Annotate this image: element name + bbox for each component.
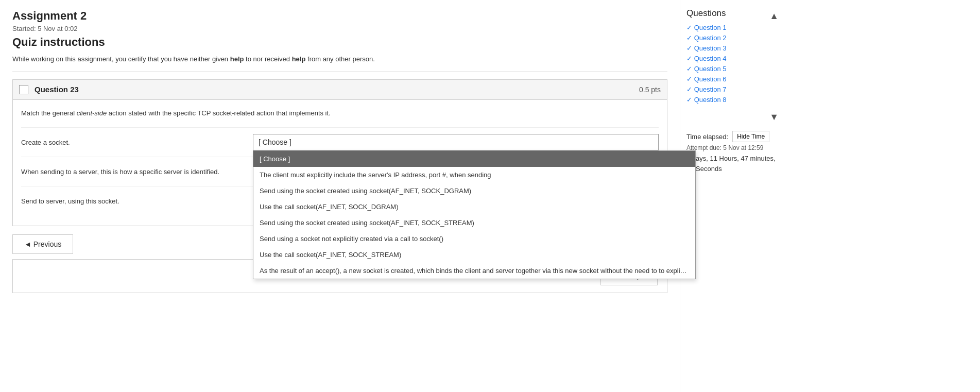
question-checkbox[interactable] (19, 85, 28, 94)
dropdown-option-0[interactable]: [ Choose ] (253, 151, 695, 167)
sidebar: Questions ▲ Question 1 Question 2 Questi… (680, 0, 788, 392)
question-description: Match the general client-side action sta… (21, 108, 659, 118)
sidebar-item-question1[interactable]: Question 1 (686, 24, 782, 31)
time-elapsed-label: Time elapsed: (686, 133, 728, 141)
match-select-wrapper-1: [ Choose ] The client must explicitly in… (253, 134, 659, 150)
match-label-2: When sending to a server, this is how a … (21, 168, 253, 176)
assignment-title: Assignment 2 (12, 9, 667, 23)
instructions-text: While working on this assignment, you ce… (12, 54, 667, 64)
dropdown-option-5[interactable]: Send using a socket not explicitly creat… (253, 231, 695, 247)
dropdown-open: [ Choose ] The client must explicitly in… (253, 150, 696, 279)
divider (12, 72, 667, 72)
started-text: Started: 5 Nov at 0:02 (12, 25, 667, 32)
dropdown-option-2[interactable]: Send using the socket created using sock… (253, 183, 695, 199)
time-label: Time elapsed: Hide Time (686, 131, 782, 142)
sidebar-questions: Question 1 Question 2 Question 3 Questio… (686, 24, 782, 104)
quiz-instructions-heading: Quiz instructions (12, 36, 667, 49)
sidebar-item-question3[interactable]: Question 3 (686, 44, 782, 52)
sidebar-item-question5[interactable]: Question 5 (686, 65, 782, 73)
dropdown-option-1[interactable]: The client must explicitly include the s… (253, 167, 695, 183)
question-card: Question 23 0.5 pts Match the general cl… (12, 79, 667, 227)
dropdown-option-3[interactable]: Use the call socket(AF_INET, SOCK_DGRAM) (253, 199, 695, 215)
hide-time-button[interactable]: Hide Time (732, 131, 769, 142)
time-elapsed-value: 4 days, 11 Hours, 47 minutes, 31 Seconds (686, 154, 782, 174)
match-label-3: Send to server, using this socket. (21, 197, 253, 205)
sidebar-item-question2[interactable]: Question 2 (686, 34, 782, 42)
sidebar-item-question4[interactable]: Question 4 (686, 55, 782, 62)
question-header: Question 23 0.5 pts (13, 80, 667, 100)
sidebar-item-question8[interactable]: Question 8 (686, 96, 782, 104)
question-pts: 0.5 pts (639, 86, 661, 94)
sidebar-item-question7[interactable]: Question 7 (686, 86, 782, 93)
dropdown-option-4[interactable]: Send using the socket created using sock… (253, 215, 695, 231)
match-label-1: Create a socket. (21, 139, 253, 146)
sidebar-scroll-down[interactable]: ▼ (766, 111, 782, 124)
previous-button[interactable]: ◄ Previous (12, 234, 73, 254)
sidebar-scroll-up[interactable]: ▲ (766, 10, 782, 23)
question-title: Question 23 (35, 85, 639, 94)
question-body: Match the general client-side action sta… (13, 100, 667, 226)
dropdown-option-6[interactable]: Use the call socket(AF_INET, SOCK_STREAM… (253, 247, 695, 263)
sidebar-title: Questions (686, 8, 726, 19)
dropdown-option-7[interactable]: As the result of an accept(), a new sock… (253, 263, 695, 279)
attempt-due: Attempt due: 5 Nov at 12:59 (686, 144, 782, 151)
match-row-1: Create a socket. [ Choose ] The client m… (21, 127, 659, 157)
time-section: Time elapsed: Hide Time Attempt due: 5 N… (686, 131, 782, 174)
match-select-1[interactable]: [ Choose ] The client must explicitly in… (253, 134, 659, 150)
sidebar-item-question6[interactable]: Question 6 (686, 75, 782, 83)
